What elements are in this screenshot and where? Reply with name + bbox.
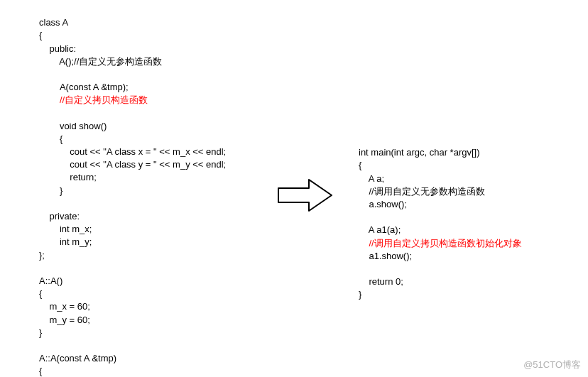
code-line: A(const A &tmp); [39, 82, 129, 92]
watermark-text: @51CTO博客 [523, 359, 581, 371]
code-line: return 0; [359, 276, 403, 287]
code-line-highlight: //自定义拷贝构造函数 [39, 94, 148, 105]
code-line: private: [39, 211, 80, 222]
code-line: { [39, 30, 42, 40]
code-line: //调用自定义无参数构造函数 [359, 186, 485, 197]
right-code-block: int main(int argc, char *argv[]) { A a; … [359, 133, 522, 301]
code-line: int m_x; [39, 224, 92, 234]
code-line: return; [39, 172, 97, 182]
code-line: A::A(const A &tmp) [39, 353, 116, 364]
code-line: { [39, 366, 42, 376]
code-line: m_y = 60; [39, 315, 90, 325]
code-line: cout << "A class x = " << m_x << endl; [39, 146, 226, 157]
code-line: A();//自定义无参构造函数 [39, 56, 162, 67]
code-line: } [359, 289, 361, 300]
code-line: { [359, 160, 361, 170]
code-line: a1.show(); [359, 251, 412, 261]
code-line: }; [39, 250, 45, 261]
code-line: A a1(a); [359, 224, 401, 235]
code-line: int m_y; [39, 236, 92, 247]
code-line: A a; [359, 173, 384, 184]
code-line: { [39, 133, 62, 144]
code-line-highlight: //调用自定义拷贝构造函数初始化对象 [359, 238, 522, 248]
code-line: a.show(); [359, 199, 407, 209]
arrow-icon [277, 177, 334, 215]
code-line: class A [39, 17, 68, 28]
code-line: cout << "A class y = " << m_y << endl; [39, 159, 226, 170]
code-line: public: [39, 43, 76, 54]
code-line: void show() [39, 121, 107, 131]
code-line: int main(int argc, char *argv[]) [359, 147, 480, 158]
code-line: m_x = 60; [39, 301, 90, 312]
code-line: { [39, 288, 42, 299]
code-line: A::A() [39, 275, 62, 286]
code-line: } [39, 327, 42, 338]
left-code-block: class A { public: A();//自定义无参构造函数 A(cons… [39, 4, 226, 377]
code-line: } [39, 185, 62, 196]
